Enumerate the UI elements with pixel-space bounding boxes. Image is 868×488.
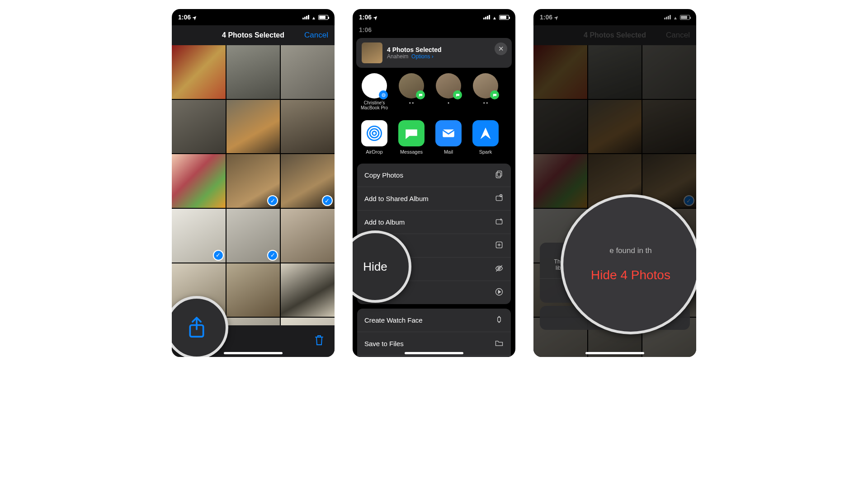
photo-thumb[interactable] xyxy=(281,100,335,154)
message-contact[interactable]: ▪ ▪ xyxy=(470,73,501,110)
phone-2-share-sheet: 1:06 1:06 4 Photos Selected Anaheim Opti… xyxy=(353,9,515,357)
trash-icon[interactable] xyxy=(314,334,325,348)
photo-thumb-selected[interactable] xyxy=(172,209,226,263)
photo-thumb[interactable] xyxy=(281,263,335,317)
wifi-icon xyxy=(311,14,316,21)
status-time: 1:06 xyxy=(359,14,377,21)
close-icon[interactable]: ✕ xyxy=(495,42,507,55)
app-label: Mail xyxy=(444,149,453,155)
callout-hide-photos: e found in th Hide 4 Photos xyxy=(561,194,696,334)
contact-label: ▪ xyxy=(448,100,449,105)
wifi-icon xyxy=(492,14,497,21)
location-icon xyxy=(191,14,197,21)
contact-label: ▪ ▪ xyxy=(409,100,414,105)
options-link[interactable]: Options › xyxy=(411,53,434,60)
svg-rect-9 xyxy=(496,173,500,178)
nav-title: 4 Photos Selected xyxy=(222,31,284,39)
album-icon xyxy=(495,217,504,227)
app-airdrop[interactable]: AirDrop xyxy=(359,120,390,155)
contact-label: Christine's MacBook Pro xyxy=(359,100,390,110)
photo-thumb[interactable] xyxy=(172,45,226,99)
dimmed-background: 1:06 xyxy=(353,25,515,34)
eye-slash-icon xyxy=(495,264,504,274)
share-title: 4 Photos Selected xyxy=(387,46,442,53)
svg-point-11 xyxy=(500,195,502,197)
callout-label: Hide xyxy=(363,260,387,274)
photo-thumb[interactable] xyxy=(226,45,280,99)
app-label: AirDrop xyxy=(366,149,382,155)
home-indicator[interactable] xyxy=(405,352,463,354)
action-watch-face[interactable]: Create Watch Face xyxy=(357,309,511,332)
photo-thumb[interactable] xyxy=(281,45,335,99)
svg-rect-16 xyxy=(498,317,501,322)
share-actions-list-2: Create Watch Face Save to Files Print xyxy=(357,309,511,357)
svg-point-3 xyxy=(382,93,385,96)
watch-icon xyxy=(495,315,504,325)
callout-label: Hide 4 Photos xyxy=(563,268,696,282)
home-indicator[interactable] xyxy=(224,352,283,354)
photo-thumb[interactable] xyxy=(226,263,280,317)
contact-label: ▪ ▪ xyxy=(483,100,488,105)
photo-thumb-selected[interactable] xyxy=(226,209,280,263)
cancel-button[interactable]: Cancel xyxy=(304,31,328,40)
status-time: 1:06 xyxy=(359,26,372,33)
status-bar: 1:06 xyxy=(172,9,335,25)
messages-icon xyxy=(453,90,462,99)
folder-icon xyxy=(495,338,504,349)
copy-icon xyxy=(495,170,504,180)
nav-bar: 4 Photos Selected Cancel xyxy=(172,25,335,45)
plus-square-icon xyxy=(495,240,504,251)
svg-point-4 xyxy=(373,131,377,136)
share-subtitle: Anaheim Options › xyxy=(387,53,442,60)
location-icon xyxy=(372,14,377,21)
airdrop-target[interactable]: Christine's MacBook Pro xyxy=(359,73,390,110)
battery-icon xyxy=(318,15,328,20)
photo-thumb[interactable] xyxy=(172,100,226,154)
action-copy-photos[interactable]: Copy Photos xyxy=(357,164,511,187)
app-messages[interactable]: Messages xyxy=(396,120,427,155)
app-label: Messages xyxy=(400,149,423,155)
photo-thumb-selected[interactable] xyxy=(281,154,335,208)
action-print[interactable]: Print xyxy=(357,356,511,357)
callout-context: e found in th xyxy=(563,246,696,255)
share-apps-row[interactable]: AirDrop Messages Mail Spark xyxy=(353,116,515,159)
phone-1-photos-selection: 1:06 4 Photos Selected Cancel xyxy=(172,9,335,357)
messages-icon xyxy=(416,90,425,99)
airdrop-contacts-row[interactable]: Christine's MacBook Pro ▪ ▪ ▪ ▪ ▪ xyxy=(353,68,515,116)
message-contact[interactable]: ▪ xyxy=(433,73,464,110)
message-contact[interactable]: ▪ ▪ xyxy=(396,73,427,110)
play-circle-icon xyxy=(495,287,504,298)
share-thumb xyxy=(362,42,382,63)
battery-icon xyxy=(499,15,509,20)
svg-point-5 xyxy=(370,129,379,138)
app-label: Spark xyxy=(479,149,492,155)
shared-album-icon xyxy=(495,193,504,204)
signal-icon xyxy=(302,15,309,19)
app-mail[interactable]: Mail xyxy=(433,120,464,155)
home-indicator[interactable] xyxy=(585,352,644,354)
photo-thumb-selected[interactable] xyxy=(226,154,280,208)
signal-icon xyxy=(483,15,490,19)
svg-rect-8 xyxy=(497,171,502,177)
action-add-shared-album[interactable]: Add to Shared Album xyxy=(357,187,511,211)
photo-thumb[interactable] xyxy=(226,100,280,154)
status-time: 1:06 xyxy=(178,14,197,21)
photo-thumb[interactable] xyxy=(172,154,226,208)
airdrop-icon xyxy=(379,90,388,99)
photo-thumb[interactable] xyxy=(281,209,335,263)
app-spark[interactable]: Spark xyxy=(470,120,501,155)
phone-3-hide-confirm: 1:06 4 Photos Selected Cancel Hide 4 Pho… xyxy=(533,9,696,357)
share-icon xyxy=(187,316,207,339)
messages-icon xyxy=(490,90,499,99)
svg-point-2 xyxy=(382,94,384,96)
share-sheet-header: 4 Photos Selected Anaheim Options › ✕ xyxy=(356,38,512,68)
status-bar: 1:06 xyxy=(353,9,515,25)
